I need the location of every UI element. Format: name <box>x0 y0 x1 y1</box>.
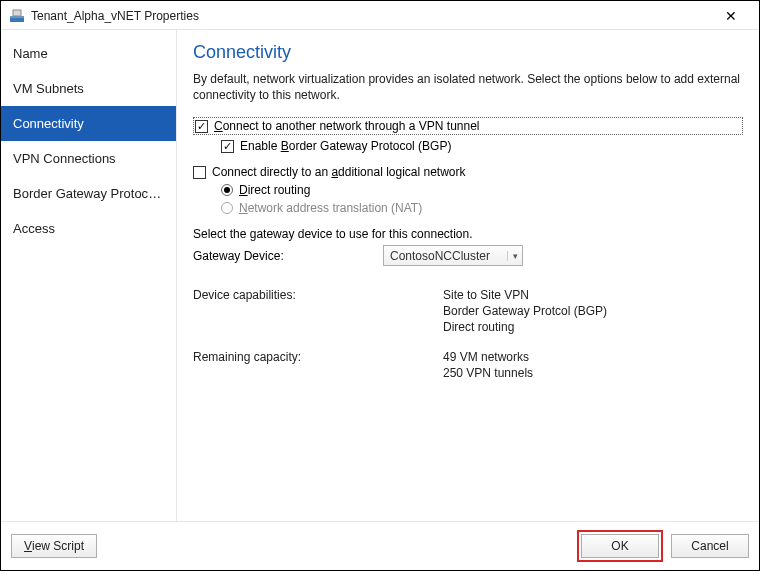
properties-window: Tenant_Alpha_vNET Properties ✕ Name VM S… <box>0 0 760 571</box>
remaining-capacity-label: Remaining capacity: <box>193 350 443 364</box>
page-description: By default, network virtualization provi… <box>193 71 743 103</box>
gateway-device-label: Gateway Device: <box>193 249 383 263</box>
footer: View Script OK Cancel <box>1 521 759 570</box>
content-panel: Connectivity By default, network virtual… <box>177 30 759 521</box>
radio-icon[interactable] <box>221 202 233 214</box>
sidebar-item-access[interactable]: Access <box>1 211 176 246</box>
combo-value: ContosoNCCluster <box>390 249 507 263</box>
view-script-button[interactable]: View Script <box>11 534 97 558</box>
ok-highlight: OK <box>577 530 663 562</box>
checkbox-icon[interactable] <box>195 120 208 133</box>
option-label: Connect to another network through a VPN… <box>214 119 480 133</box>
radio-icon[interactable] <box>221 184 233 196</box>
page-heading: Connectivity <box>193 42 743 63</box>
remaining-capacity-value: 49 VM networks <box>443 350 743 364</box>
option-label: Direct routing <box>239 183 310 197</box>
gateway-device-row: Gateway Device: ContosoNCCluster ▾ <box>193 245 743 266</box>
option-label: Network address translation (NAT) <box>239 201 422 215</box>
device-capabilities-value: Border Gateway Protcol (BGP) <box>443 304 743 318</box>
gateway-intro: Select the gateway device to use for thi… <box>193 227 743 241</box>
option-connect-vpn[interactable]: Connect to another network through a VPN… <box>193 117 743 135</box>
sidebar-item-name[interactable]: Name <box>1 36 176 71</box>
option-connect-direct[interactable]: Connect directly to an additional logica… <box>193 165 743 179</box>
option-direct-routing[interactable]: Direct routing <box>193 183 743 197</box>
app-icon <box>9 8 25 24</box>
sidebar-item-connectivity[interactable]: Connectivity <box>1 106 176 141</box>
ok-button[interactable]: OK <box>581 534 659 558</box>
gateway-device-combo[interactable]: ContosoNCCluster ▾ <box>383 245 523 266</box>
capabilities-grid: Device capabilities: Site to Site VPN Bo… <box>193 288 743 380</box>
sidebar: Name VM Subnets Connectivity VPN Connect… <box>1 30 177 521</box>
svg-rect-2 <box>13 10 21 16</box>
cancel-button[interactable]: Cancel <box>671 534 749 558</box>
close-icon[interactable]: ✕ <box>711 8 751 24</box>
window-title: Tenant_Alpha_vNET Properties <box>31 9 711 23</box>
chevron-down-icon: ▾ <box>507 251 518 261</box>
sidebar-item-bgp[interactable]: Border Gateway Protocol... <box>1 176 176 211</box>
remaining-capacity-value: 250 VPN tunnels <box>443 366 743 380</box>
option-nat[interactable]: Network address translation (NAT) <box>193 201 743 215</box>
option-label: Enable Border Gateway Protocol (BGP) <box>240 139 451 153</box>
titlebar: Tenant_Alpha_vNET Properties ✕ <box>1 1 759 29</box>
option-enable-bgp[interactable]: Enable Border Gateway Protocol (BGP) <box>193 139 743 153</box>
checkbox-icon[interactable] <box>221 140 234 153</box>
sidebar-item-vpn-connections[interactable]: VPN Connections <box>1 141 176 176</box>
window-body: Name VM Subnets Connectivity VPN Connect… <box>1 29 759 521</box>
checkbox-icon[interactable] <box>193 166 206 179</box>
device-capabilities-value: Site to Site VPN <box>443 288 743 302</box>
sidebar-item-vm-subnets[interactable]: VM Subnets <box>1 71 176 106</box>
option-label: Connect directly to an additional logica… <box>212 165 466 179</box>
device-capabilities-label: Device capabilities: <box>193 288 443 302</box>
device-capabilities-value: Direct routing <box>443 320 743 334</box>
